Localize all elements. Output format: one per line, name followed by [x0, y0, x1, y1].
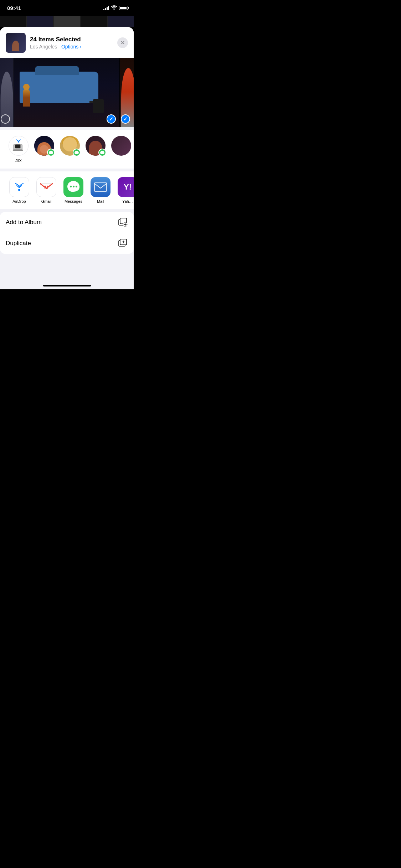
contact-item-2[interactable] [57, 136, 83, 163]
contact-avatar [9, 136, 29, 156]
svg-rect-8 [94, 182, 107, 192]
app-item-yahoo[interactable]: Y! Yah… [114, 177, 134, 203]
gmail-app-icon: M [36, 177, 56, 197]
contact-item-4[interactable] [108, 136, 134, 163]
share-subtitle: Los Angeles Options › [30, 44, 113, 50]
contact-avatar-wrap [34, 136, 54, 156]
svg-point-5 [18, 189, 20, 191]
contact-suggestions-row: JllX [0, 130, 134, 169]
close-icon: ✕ [120, 40, 125, 45]
contact-name: JllX [15, 159, 22, 163]
contact-item-airdrop[interactable]: JllX [6, 136, 31, 163]
selection-empty [1, 114, 10, 124]
contact-item-3[interactable] [83, 136, 108, 163]
preview-center[interactable]: ✓ [14, 58, 119, 127]
app-name: Mail [97, 199, 104, 203]
app-name: Gmail [41, 199, 52, 203]
svg-point-4 [18, 141, 19, 143]
status-icons [103, 5, 128, 11]
action-label: Duplicate [6, 240, 31, 247]
messages-badge [73, 149, 81, 156]
svg-rect-1 [14, 149, 22, 150]
selection-check-right: ✓ [121, 114, 130, 124]
app-item-messages[interactable]: Messages [60, 177, 87, 203]
duplicate-icon [118, 238, 128, 248]
share-info: 24 Items Selected Los Angeles Options › [30, 36, 113, 50]
add-album-icon [118, 217, 128, 227]
preview-right[interactable]: ✓ [120, 58, 134, 127]
chevron-icon: › [80, 45, 81, 50]
selection-check-center: ✓ [107, 114, 116, 124]
contact-item-1[interactable] [31, 136, 57, 163]
wifi-icon [111, 5, 117, 11]
share-sheet: 24 Items Selected Los Angeles Options › … [0, 27, 134, 289]
signal-icon [103, 6, 109, 10]
apps-row: AirDrop M Gmail [0, 171, 134, 209]
duplicate-action[interactable]: Duplicate [0, 233, 134, 254]
yahoo-app-icon: Y! [118, 177, 134, 197]
status-time: 09:41 [7, 5, 21, 11]
app-item-airdrop[interactable]: AirDrop [6, 177, 33, 203]
mail-app-icon [91, 177, 110, 197]
contact-avatar-wrap [86, 136, 106, 156]
share-header: 24 Items Selected Los Angeles Options › … [0, 27, 134, 58]
photo-strip-item [81, 16, 107, 27]
airdrop-app-icon [9, 177, 29, 197]
app-name: AirDrop [12, 199, 26, 203]
svg-text:M: M [44, 185, 48, 190]
options-link[interactable]: Options › [61, 44, 81, 50]
photo-strip-item [108, 16, 134, 27]
messages-badge [47, 149, 55, 156]
action-label: Add to Album [6, 219, 42, 226]
status-bar: 09:41 [0, 0, 134, 16]
contact-avatar-wrap [111, 136, 131, 156]
home-indicator [43, 285, 91, 286]
svg-rect-9 [94, 183, 107, 191]
photo-strip-item [54, 16, 80, 27]
contact-avatar [111, 136, 131, 156]
app-name: Yah… [122, 199, 133, 203]
close-button[interactable]: ✕ [117, 37, 128, 48]
share-title: 24 Items Selected [30, 36, 113, 43]
add-to-album-action[interactable]: Add to Album [0, 212, 134, 233]
contact-avatar-wrap [60, 136, 80, 156]
contact-avatar-wrap [9, 136, 29, 156]
photo-strip-item [27, 16, 53, 27]
action-section: Add to Album Duplicate [0, 212, 134, 254]
photo-strip-item [0, 16, 26, 27]
preview-left[interactable] [0, 58, 14, 127]
messages-app-icon [63, 177, 83, 197]
svg-rect-3 [15, 144, 20, 148]
battery-icon [119, 6, 128, 10]
photo-preview: ✓ ✓ [0, 58, 134, 127]
photo-strip [0, 16, 134, 27]
share-location: Los Angeles [30, 44, 57, 50]
app-item-gmail[interactable]: M Gmail [33, 177, 60, 203]
svg-rect-2 [13, 150, 23, 151]
messages-badge [98, 149, 106, 156]
app-item-mail[interactable]: Mail [87, 177, 114, 203]
share-thumbnail [6, 33, 26, 53]
app-name: Messages [65, 199, 82, 203]
